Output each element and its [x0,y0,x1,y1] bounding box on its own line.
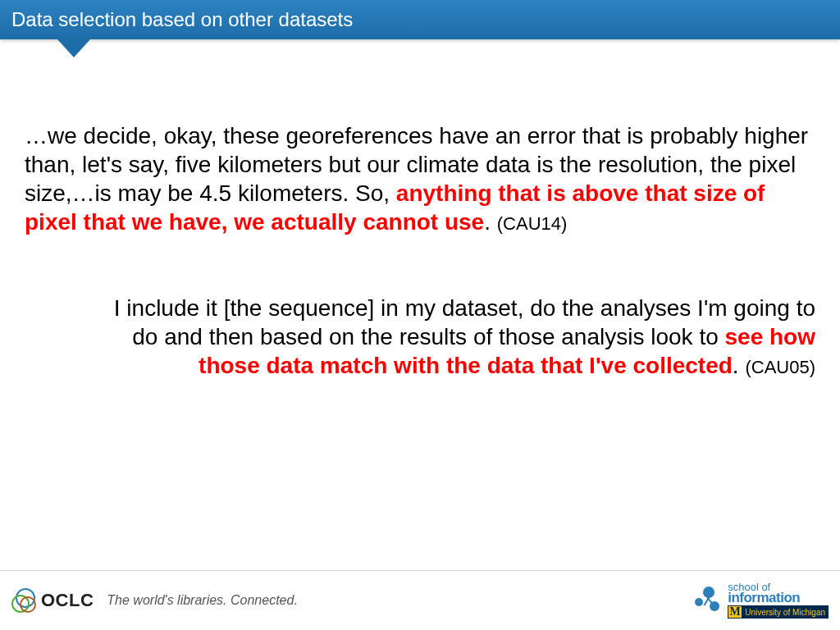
slide-title: Data selection based on other datasets [0,0,840,31]
slide-footer: OCLC The world's libraries. Connected. s… [0,570,840,630]
quote1-post: . [484,209,497,235]
si-nodes-icon [695,587,723,614]
quote2-citation: (CAU05) [745,357,815,377]
quote1-citation: (CAU14) [497,213,568,234]
oclc-rings-icon [11,588,36,613]
oclc-logo: OCLC [11,588,94,613]
slide-header: Data selection based on other datasets [0,0,840,39]
quote2-pre: I include it [the sequence] in my datase… [114,295,815,349]
quote-block-2: I include it [the sequence] in my datase… [25,294,815,380]
header-pointer-icon [57,39,90,57]
school-of-information-logo: school of information M University of Mi… [695,582,829,619]
footer-left: OCLC The world's libraries. Connected. [11,588,298,613]
um-label: University of Michigan [745,608,825,617]
si-text-bottom: information [728,591,800,604]
oclc-brand-text: OCLC [41,590,94,611]
quote-block-1: …we decide, okay, these georeferences ha… [25,121,815,236]
michigan-m-icon: M [728,606,742,618]
footer-right: school of information M University of Mi… [695,582,829,619]
slide-content: …we decide, okay, these georeferences ha… [0,121,840,380]
si-text: school of information [728,582,800,605]
university-of-michigan-badge: M University of Michigan [728,605,829,619]
oclc-tagline: The world's libraries. Connected. [107,593,298,608]
quote2-post: . [733,353,746,378]
